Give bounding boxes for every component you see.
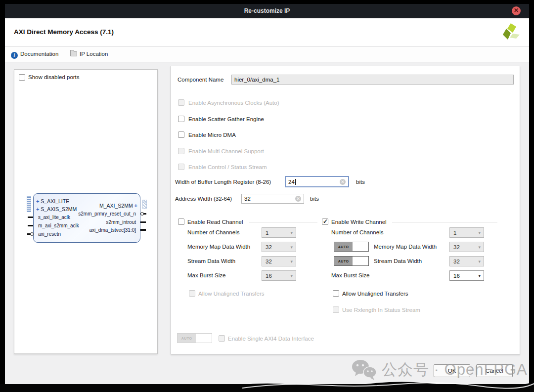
enable-micro-dma-label: Enable Micro DMA — [188, 132, 236, 138]
port-m-axi-s2mm-aclk: m_axi_s2mm_aclk — [38, 223, 79, 228]
single-axi4-label: Enable Single AXI4 Data Interface — [228, 336, 314, 342]
read-max-burst-size-label: Max Burst Size — [187, 272, 225, 278]
write-stream-data-width-auto-toggle[interactable]: AUTO — [334, 256, 369, 266]
use-rxlength-checkbox — [333, 306, 339, 313]
dialog-header: AXI Direct Memory Access (7.1) — [5, 18, 529, 46]
write-num-channels-label: Number of Channels — [331, 229, 383, 235]
enable-async-clocks-checkbox — [178, 99, 184, 106]
write-mm-data-width-select: 32▾ — [449, 242, 484, 252]
port-axi-resetn: axi_resetn — [38, 231, 61, 237]
read-mm-data-width-select: 32▾ — [262, 242, 296, 252]
page-title: AXI Direct Memory Access (7.1) — [14, 28, 114, 36]
enable-write-channel-checkbox[interactable] — [322, 218, 328, 225]
write-max-burst-size-label: Max Burst Size — [331, 272, 369, 278]
read-stream-data-width-select: 32▾ — [262, 256, 296, 266]
folder-icon — [70, 51, 77, 56]
port-stub — [140, 229, 146, 231]
ip-location-button[interactable]: IP Location — [70, 51, 108, 57]
read-num-channels-select: 1▾ — [262, 227, 296, 238]
address-width-input[interactable]: 32 ✕ — [241, 194, 304, 204]
close-button[interactable]: ✕ — [512, 6, 521, 15]
read-max-burst-size-select: 16▾ — [262, 270, 296, 281]
write-max-burst-size-select[interactable]: 16▾ — [449, 270, 484, 281]
write-stream-data-width-label: Stream Data Width — [374, 258, 422, 264]
write-allow-unaligned-checkbox[interactable] — [333, 290, 339, 297]
ip-location-label: IP Location — [80, 51, 108, 57]
enable-async-clocks-label: Enable Asynchronous Clocks (Auto) — [188, 100, 279, 106]
chevron-down-icon: ▾ — [290, 245, 293, 250]
clear-input-icon[interactable]: ✕ — [340, 179, 346, 185]
use-rxlength-label: Use Rxlength In Status Stream — [342, 307, 420, 313]
enable-write-channel-label: Enable Write Channel — [331, 219, 387, 225]
read-allow-unaligned-checkbox — [189, 290, 195, 297]
read-allow-unaligned-label: Allow Unaligned Transfers — [198, 291, 265, 297]
port-stub — [140, 221, 146, 223]
xilinx-logo — [500, 22, 521, 43]
address-width-label: Address Width (32-64) — [175, 196, 232, 202]
clear-input-icon[interactable]: ✕ — [295, 196, 301, 202]
port-s2mm-introut: s2mm_introut — [106, 219, 136, 225]
write-allow-unaligned-label: Allow Unaligned Transfers — [342, 291, 408, 297]
port-s-axis-s2mm: S_AXIS_S2MM — [41, 206, 77, 212]
toolbar: iDocumentation IP Location — [5, 47, 529, 62]
ip-block-diagram: + S_AXI_LITE + S_AXIS_S2MM s_axi_lite_ac… — [33, 193, 140, 243]
enable-multi-channel-label: Enable Multi Channel Support — [188, 148, 264, 154]
documentation-label: Documentation — [20, 51, 58, 57]
component-name-input[interactable]: hier_0/axi_dma_1 — [231, 75, 514, 85]
enable-scatter-gather-checkbox[interactable] — [178, 116, 184, 122]
write-mm-data-width-auto-toggle[interactable]: AUTO — [334, 242, 369, 252]
buffer-length-input[interactable]: 24 ✕ — [285, 176, 349, 187]
read-num-channels-label: Number of Channels — [187, 229, 239, 235]
bus-connector-icon — [142, 200, 147, 209]
port-s-axi-lite: S_AXI_LITE — [41, 198, 69, 204]
port-m-axi-s2mm: M_AXI_S2MM — [99, 203, 133, 209]
group-divider — [392, 222, 497, 222]
enable-micro-dma-checkbox[interactable] — [178, 131, 184, 138]
expand-plus-icon[interactable]: + — [36, 198, 39, 204]
ok-button[interactable]: OK — [434, 364, 470, 377]
block-preview-panel: Show disabled ports + S_AXI_LITE + S_AXI… — [14, 69, 158, 354]
write-mm-data-width-label: Memory Map Data Width — [374, 244, 437, 250]
info-icon: i — [11, 52, 18, 59]
buffer-length-unit: bits — [356, 179, 365, 185]
port-s2mm-prmry-reset-out-n: s2mm_prmry_reset_out_n — [78, 211, 136, 217]
enable-multi-channel-checkbox — [178, 148, 184, 154]
group-divider — [249, 222, 317, 222]
read-mm-data-width-label: Memory Map Data Width — [187, 244, 250, 250]
port-s-axi-lite-aclk: s_axi_lite_aclk — [38, 215, 70, 220]
chevron-down-icon: ▾ — [478, 259, 481, 264]
text-caret — [295, 179, 296, 185]
port-stub — [143, 213, 146, 215]
single-axi4-auto-toggle: AUTO — [177, 333, 212, 343]
recustomize-ip-dialog: Re-customize IP ✕ AXI Direct Memory Acce… — [5, 4, 529, 384]
enable-read-channel-label: Enable Read Channel — [187, 219, 243, 225]
enable-control-status-checkbox — [178, 164, 184, 170]
buffer-length-label: Width of Buffer Length Register (8-26) — [175, 179, 271, 185]
enable-control-status-label: Enable Control / Status Stream — [188, 164, 267, 170]
expand-plus-icon[interactable]: + — [134, 203, 137, 209]
chevron-down-icon: ▾ — [290, 259, 293, 264]
bottom-wave — [213, 377, 534, 392]
chevron-down-icon: ▾ — [290, 230, 293, 235]
port-stub — [28, 217, 33, 218]
show-disabled-ports-label: Show disabled ports — [28, 74, 80, 80]
expand-plus-icon[interactable]: + — [36, 206, 39, 212]
chevron-down-icon: ▾ — [478, 273, 481, 278]
show-disabled-ports-checkbox[interactable] — [19, 74, 25, 81]
cancel-button[interactable]: Cancel — [476, 364, 513, 377]
write-num-channels-select: 1▾ — [449, 227, 484, 238]
enable-read-channel-checkbox[interactable] — [178, 218, 184, 225]
port-ring — [30, 232, 34, 236]
window-title: Re-customize IP — [244, 7, 290, 14]
documentation-button[interactable]: iDocumentation — [11, 51, 58, 59]
address-width-unit: bits — [310, 196, 319, 202]
titlebar: Re-customize IP ✕ — [5, 4, 529, 18]
single-axi4-checkbox — [219, 335, 225, 342]
enable-scatter-gather-label: Enable Scatter Gather Engine — [188, 116, 264, 122]
chevron-down-icon: ▾ — [478, 245, 481, 250]
chevron-down-icon: ▾ — [290, 273, 293, 278]
close-icon: ✕ — [512, 6, 521, 15]
bus-connector-icon — [27, 196, 31, 212]
port-axi-dma-tstvec: axi_dma_tstvec[31:0] — [89, 227, 136, 233]
write-stream-data-width-select: 32▾ — [449, 256, 484, 266]
